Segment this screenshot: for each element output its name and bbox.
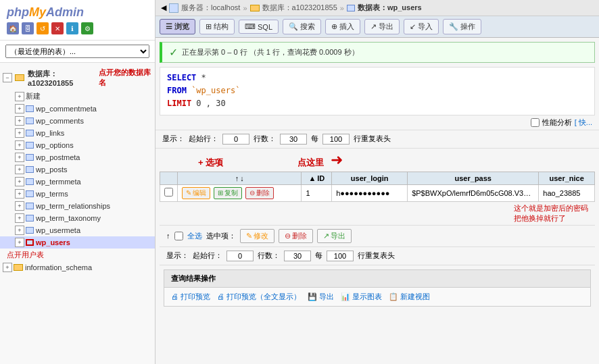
logo-admin: Admin (46, 5, 84, 19)
table-wp-termmeta[interactable]: + wp_termmeta (0, 176, 155, 188)
new-item[interactable]: + 新建 (0, 90, 155, 103)
bottom-repeat-label: 行重复表头 (358, 251, 395, 261)
copy-btn[interactable]: ⊞ 复制 (214, 187, 242, 199)
perf-link[interactable]: [ 快... (575, 118, 592, 128)
bulk-delete-btn[interactable]: ⊖ 删除 (279, 229, 313, 243)
breadcrumb-db[interactable]: 数据库：a1023201855 (262, 3, 337, 13)
refresh-icon[interactable]: ↺ (37, 22, 49, 34)
toolbar: ☰ 浏览 ⊞ 结构 ⌨ SQL 🔍 搜索 ⊕ 插入 ↗ 导出 ↙ 导入 🔧 (155, 16, 599, 38)
table-wp-options[interactable]: + wp_options (0, 139, 155, 151)
db-row[interactable]: − 数据库：a1023201855 点开您的数据库名 (0, 66, 155, 90)
th-pass[interactable]: user_pass (408, 172, 539, 184)
select-label-annotation: + 选项 (198, 157, 223, 169)
th-login[interactable]: user_login (332, 172, 408, 184)
export-btn[interactable]: ↗ 导出 (364, 19, 400, 34)
expand-db-icon[interactable]: − (3, 73, 12, 82)
new-view-btn[interactable]: 📋 新建视图 (389, 292, 430, 302)
table-wp-term-relationships[interactable]: + wp_term_relationships (0, 200, 155, 212)
bottom-per-label: 每 (315, 251, 322, 261)
new-view-icon: 📋 (389, 292, 398, 301)
table-wp-postmeta[interactable]: + wp_postmeta (0, 151, 155, 163)
perf-checkbox[interactable] (531, 118, 540, 127)
sidebar: phpMyAdmin 🏠 🗄 ↺ ✕ ℹ ⚙ （最近使用的表）... − 数据库… (0, 0, 155, 364)
expand-commentmeta-icon[interactable]: + (15, 104, 24, 113)
operations-btn[interactable]: 🔧 操作 (443, 19, 481, 34)
pagination-display-label: 显示： (162, 134, 185, 144)
bottom-rows-input[interactable] (284, 251, 311, 261)
logo-php: php (7, 5, 29, 19)
table-wp-users[interactable]: + wp_users (0, 236, 155, 249)
pagination-per-input[interactable] (322, 134, 350, 145)
query-result-section: 查询结果操作 🖨 打印预览 🖨 打印预览（全文显示） 💾 导出 📊 显示图表 (164, 269, 591, 307)
edit-btn[interactable]: ✎ 编辑 (182, 187, 210, 199)
export-result-btn[interactable]: 💾 导出 (308, 292, 334, 302)
db-name-label[interactable]: 数据库：a1023201855 (28, 69, 95, 87)
expand-comments-icon[interactable]: + (15, 116, 24, 126)
select-all-checkbox[interactable] (174, 232, 183, 240)
import-btn[interactable]: ↙ 导入 (404, 19, 439, 34)
status-bar: ✓ 正在显示第 0 – 0 行 （共 1 行，查询花费 0.0009 秒） (160, 42, 595, 63)
expand-postmeta-icon[interactable]: + (15, 153, 24, 162)
table-commentmeta-icon (26, 105, 34, 112)
table-information-schema[interactable]: + information_schema (0, 261, 155, 274)
login-col-label: user_login (351, 174, 389, 182)
table-wp-usermeta[interactable]: + wp_usermeta (0, 224, 155, 236)
table-wp-terms[interactable]: + wp_terms (0, 188, 155, 200)
new-item-label: 新建 (26, 91, 41, 101)
expand-posts-icon[interactable]: + (15, 165, 24, 174)
print-full-btn[interactable]: 🖨 打印预览（全文显示） (217, 292, 301, 302)
db-icon2[interactable]: 🗄 (22, 22, 34, 34)
table-wp-comments[interactable]: + wp_comments (0, 115, 155, 127)
bulk-export-btn[interactable]: ↗ 导出 (317, 229, 352, 243)
insert-icon: ⊕ (331, 22, 337, 31)
table-wp-term-taxonomy[interactable]: + wp_term_taxonomy (0, 212, 155, 224)
insert-btn[interactable]: ⊕ 插入 (325, 19, 360, 34)
chart-label: 显示图表 (352, 292, 382, 302)
th-id[interactable]: ▲ ID (302, 172, 332, 184)
home-icon[interactable]: 🏠 (7, 22, 19, 34)
search-btn[interactable]: 🔍 搜索 (283, 19, 321, 34)
expand-term-rel-icon[interactable]: + (15, 201, 24, 211)
row-pass-cell: $P$BWXpO/lemrfD6m05cG08.V3u0qRCgG. (408, 184, 539, 201)
export-icon: ↗ (370, 22, 377, 31)
print-preview-btn[interactable]: 🖨 打印预览 (171, 292, 210, 302)
expand-usermeta-icon[interactable]: + (15, 226, 24, 235)
expand-terms-icon[interactable]: + (15, 189, 24, 199)
expand-termmeta-icon[interactable]: + (15, 177, 24, 186)
modify-btn[interactable]: ✎ 修改 (240, 229, 274, 243)
settings-icon[interactable]: ⚙ (81, 22, 93, 34)
expand-options-icon[interactable]: + (15, 140, 24, 150)
table-wp-links[interactable]: + wp_links (0, 127, 155, 139)
table-users-label: wp_users (36, 238, 70, 246)
delete-btn[interactable]: ⊖ 删除 (245, 187, 274, 199)
th-nice[interactable]: user_nice (539, 172, 595, 184)
logo: phpMyAdmin (7, 5, 148, 20)
expand-term-tax-icon[interactable]: + (15, 213, 24, 223)
breadcrumb-back-icon[interactable]: ◀ (161, 3, 166, 12)
chart-btn[interactable]: 📊 显示图表 (341, 292, 382, 302)
table-wp-posts[interactable]: + wp_posts (0, 163, 155, 176)
sql-display: SELECT * FROM `wp_users` LIMIT 0 , 30 (160, 67, 595, 115)
bottom-per-input[interactable] (327, 251, 354, 261)
recent-tables-select[interactable]: （最近使用的表）... (5, 45, 149, 58)
sql-btn[interactable]: ⌨ SQL (239, 20, 279, 34)
operations-label: 操作 (460, 22, 475, 32)
bottom-start-input[interactable] (226, 251, 254, 261)
pagination-start-input[interactable] (222, 134, 249, 145)
search-label: 搜索 (300, 22, 315, 32)
stop-icon[interactable]: ✕ (51, 22, 64, 34)
expand-info-schema-icon[interactable]: + (3, 263, 12, 272)
bulk-export-icon: ↗ (323, 232, 329, 240)
structure-btn[interactable]: ⊞ 结构 (199, 19, 235, 34)
bottom-rows-label: 行数： (258, 251, 280, 261)
select-all-link[interactable]: 全选 (187, 231, 202, 241)
bottom-display-label: 显示： (166, 251, 189, 261)
pagination-repeat-label: 行重复表头 (354, 134, 391, 144)
row-checkbox[interactable] (164, 188, 173, 197)
info-icon[interactable]: ℹ (66, 22, 78, 34)
browse-btn[interactable]: ☰ 浏览 (160, 19, 195, 34)
table-wp-commentmeta[interactable]: + wp_commentmeta (0, 103, 155, 115)
expand-users-icon[interactable]: + (15, 238, 24, 247)
expand-links-icon[interactable]: + (15, 128, 24, 138)
pagination-rows-input[interactable] (280, 134, 307, 145)
